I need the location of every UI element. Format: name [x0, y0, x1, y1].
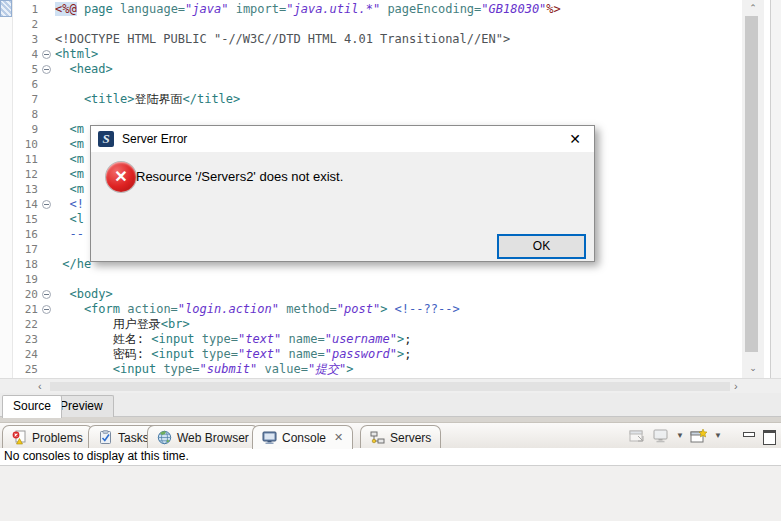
fold-collapse-icon[interactable]: [42, 290, 51, 299]
code-token: language=: [113, 2, 185, 16]
code-token: <!DOCTYPE HTML PUBLIC "-//W3C//DTD HTML …: [55, 32, 510, 46]
code-token: <input: [113, 362, 156, 376]
web-browser-icon: [157, 430, 172, 445]
code-token: page: [84, 2, 113, 16]
line-number: 21: [13, 302, 38, 317]
fold-column: [38, 17, 55, 32]
code-line[interactable]: 7 <title>登陆界面</title>: [13, 92, 742, 107]
code-token: value=: [257, 362, 308, 376]
horizontal-scrollbar[interactable]: ‹ ›: [0, 378, 781, 393]
servers-icon: [370, 430, 385, 445]
code-token: <html>: [55, 47, 98, 61]
line-number: 11: [13, 152, 38, 167]
code-line[interactable]: 19: [13, 272, 742, 287]
server-error-dialog: S Server Error ✕ Resource '/Servers2' do…: [90, 125, 595, 262]
code-line[interactable]: 2: [13, 17, 742, 32]
code-text: <head>: [55, 62, 742, 77]
code-text: 姓名: <input type="text" name="username">;: [55, 332, 742, 347]
code-token: <m: [55, 122, 84, 136]
tab-servers[interactable]: Servers: [360, 425, 441, 449]
scroll-left-icon[interactable]: ‹: [38, 380, 42, 393]
fold-column: [38, 107, 55, 122]
code-token: ;: [404, 332, 411, 346]
open-console-dropdown-icon[interactable]: ▼: [714, 428, 722, 444]
fold-collapse-icon[interactable]: [42, 50, 51, 59]
code-token: <form: [55, 302, 120, 316]
code-token: "java.util.*": [286, 2, 380, 16]
code-line[interactable]: 6: [13, 77, 742, 92]
code-text: <%@ page language="java" import="java.ut…: [55, 2, 742, 17]
code-token: "提交": [308, 362, 346, 376]
fold-column: [38, 32, 55, 47]
code-token: <m: [55, 137, 84, 151]
scroll-down-icon[interactable]: ⌄: [742, 362, 764, 374]
code-token: "text": [238, 347, 281, 361]
code-line[interactable]: 5 <head>: [13, 62, 742, 77]
code-token: <!: [55, 197, 84, 211]
code-line[interactable]: 25 <input type="submit" value="提交">: [13, 362, 742, 377]
code-text: [55, 107, 742, 122]
vertical-scroll-thumb[interactable]: [745, 16, 758, 352]
ok-button[interactable]: OK: [497, 234, 586, 259]
code-token: <body>: [55, 287, 113, 301]
pin-console-icon[interactable]: [628, 428, 646, 444]
line-number: 20: [13, 287, 38, 302]
code-text: [55, 77, 742, 92]
code-token: </he: [55, 257, 91, 271]
scroll-up-icon[interactable]: ⌃: [742, 2, 764, 14]
code-token: [55, 362, 113, 376]
code-text: 用户登录<br>: [55, 317, 742, 332]
console-empty-area[interactable]: [0, 466, 781, 521]
fold-collapse-icon[interactable]: [42, 200, 51, 209]
fold-column: [38, 137, 55, 152]
code-line[interactable]: 3<!DOCTYPE HTML PUBLIC "-//W3C//DTD HTML…: [13, 32, 742, 47]
display-selected-console-icon[interactable]: [652, 428, 670, 444]
line-number: 14: [13, 197, 38, 212]
code-token: "submit": [200, 362, 258, 376]
code-line[interactable]: 8: [13, 107, 742, 122]
code-token: <head>: [55, 62, 113, 76]
fold-collapse-icon[interactable]: [42, 305, 51, 314]
dialog-titlebar[interactable]: S Server Error ✕: [91, 126, 594, 152]
tab-source[interactable]: Source: [2, 395, 62, 418]
overview-ruler[interactable]: [770, 0, 781, 378]
code-line[interactable]: 24 密码: <input type="text" name="password…: [13, 347, 742, 362]
code-token: <m: [55, 182, 84, 196]
code-token: <input: [151, 332, 194, 346]
code-line[interactable]: 4<html>: [13, 47, 742, 62]
code-token: "GB18030": [481, 2, 546, 16]
vertical-scrollbar[interactable]: ⌃ ⌄: [742, 0, 764, 378]
code-token: <l: [55, 212, 84, 226]
code-line[interactable]: 23 姓名: <input type="text" name="username…: [13, 332, 742, 347]
scroll-right-icon[interactable]: ›: [734, 380, 738, 393]
line-number: 2: [13, 17, 38, 32]
line-number: 7: [13, 92, 38, 107]
console-tab-close-icon[interactable]: ✕: [334, 431, 343, 444]
tab-console[interactable]: Console ✕: [252, 425, 353, 449]
tab-problems[interactable]: Problems: [2, 425, 93, 449]
code-line[interactable]: 1<%@ page language="java" import="java.u…: [13, 2, 742, 17]
code-text: [55, 17, 742, 32]
dialog-close-icon[interactable]: ✕: [564, 129, 586, 149]
code-token: "java": [185, 2, 228, 16]
fold-column: [38, 92, 55, 107]
annotation-ruler[interactable]: [0, 0, 13, 378]
minimize-view-icon[interactable]: [742, 429, 756, 443]
fold-column: [38, 47, 55, 62]
maximize-view-icon[interactable]: [762, 429, 776, 443]
horizontal-scroll-thumb[interactable]: [50, 382, 730, 391]
code-token: action=: [120, 302, 178, 316]
code-line[interactable]: 20 <body>: [13, 287, 742, 302]
fold-collapse-icon[interactable]: [42, 65, 51, 74]
display-console-dropdown-icon[interactable]: ▼: [676, 428, 684, 444]
tab-servers-label: Servers: [390, 431, 431, 445]
line-number: 1: [13, 2, 38, 17]
tab-tasks-label: Tasks: [118, 431, 149, 445]
line-number: 13: [13, 182, 38, 197]
open-console-icon[interactable]: [690, 428, 708, 444]
code-token: type=: [156, 362, 199, 376]
fold-column: [38, 2, 55, 17]
tab-web-browser[interactable]: Web Browser: [147, 425, 259, 449]
code-line[interactable]: 22 用户登录<br>: [13, 317, 742, 332]
code-line[interactable]: 21 <form action="login.action" method="p…: [13, 302, 742, 317]
